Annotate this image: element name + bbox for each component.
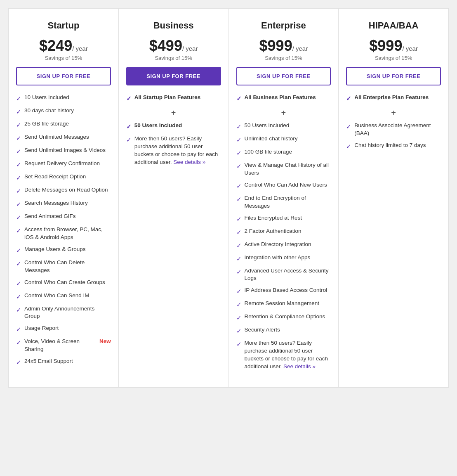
check-icon: ✓	[236, 195, 242, 204]
feature-text: Send Unlimited Messages	[24, 133, 89, 141]
feature-text: 24x5 Email Support	[24, 358, 73, 365]
list-item: ✓2 Factor Authentication	[236, 227, 331, 237]
check-icon: ✓	[16, 246, 21, 255]
check-icon: ✓	[236, 215, 242, 223]
check-icon: ✓	[346, 122, 351, 131]
check-icon: ✓	[236, 228, 242, 237]
see-details-link[interactable]: See details »	[283, 363, 316, 369]
feature-text: Usage Report	[24, 324, 59, 332]
list-item: ✓Advanced User Access & Security Logs	[236, 267, 331, 283]
feature-text: End to End Encryption of Messages	[245, 194, 331, 210]
signup-button-business[interactable]: SIGN UP FOR FREE	[126, 67, 221, 85]
feature-text: IP Address Based Access Control	[245, 287, 327, 294]
check-icon: ✓	[236, 254, 242, 263]
plan-price-enterprise: $999/ year	[259, 38, 308, 53]
check-icon: ✓	[236, 94, 242, 103]
list-item: +	[236, 107, 331, 118]
feature-text: All Enterprise Plan Features	[354, 94, 429, 102]
feature-text: All Startup Plan Features	[134, 94, 201, 102]
check-icon: ✓	[236, 122, 242, 131]
list-item: ✓Voice, Video & Screen Sharing New	[16, 338, 111, 353]
list-item: ✓100 GB file storage	[236, 148, 331, 157]
feature-text: Admin Only Announcements Group	[24, 305, 111, 321]
signup-button-enterprise[interactable]: SIGN UP FOR FREE	[236, 67, 331, 85]
plan-savings-hipaa: Savings of 15%	[375, 55, 412, 61]
feature-text: Integration with other Apps	[245, 254, 311, 262]
feature-text: Search Messages History	[24, 199, 88, 207]
list-item: ✓View & Manage Chat History of all Users	[236, 161, 331, 177]
check-icon: ✓	[236, 182, 242, 190]
list-item: ✓Chat history limited to 7 days	[346, 142, 441, 151]
list-item: +	[346, 107, 441, 118]
check-icon: ✓	[16, 107, 21, 116]
check-icon: ✓	[16, 305, 21, 314]
plan-savings-startup: Savings of 15%	[45, 55, 82, 61]
pricing-table: Startup$249/ yearSavings of 15%SIGN UP F…	[8, 8, 449, 388]
plan-name-business: Business	[153, 20, 194, 31]
feature-text: Active Directory Integration	[245, 241, 311, 249]
feature-text: Voice, Video & Screen Sharing	[24, 338, 97, 353]
plan-price-business: $499/ year	[149, 38, 198, 53]
feature-text: Control Who Can Delete Messages	[24, 259, 111, 275]
check-icon: ✓	[16, 279, 21, 288]
list-item: ✓Send Unlimited Images & Videos	[16, 147, 111, 156]
list-item: ✓IP Address Based Access Control	[236, 287, 331, 296]
signup-button-hipaa[interactable]: SIGN UP FOR FREE	[346, 67, 441, 85]
check-icon: ✓	[236, 327, 242, 335]
feature-text: Chat history limited to 7 days	[354, 142, 426, 149]
check-icon: ✓	[16, 200, 21, 208]
feature-text: Advanced User Access & Security Logs	[245, 267, 331, 283]
list-item: ✓Security Alerts	[236, 326, 331, 335]
plan-price-startup: $249/ year	[39, 38, 88, 53]
list-item: ✓Usage Report	[16, 324, 111, 334]
list-item: ✓Request Delivery Confirmation	[16, 160, 111, 169]
feature-text: Files Encrypted at Rest	[245, 214, 302, 222]
see-details-link[interactable]: See details »	[173, 159, 205, 165]
feature-text: Delete Messages on Read Option	[24, 186, 108, 194]
list-item: ✓Files Encrypted at Rest	[236, 214, 331, 223]
feature-text: Access from Browser, PC, Mac, iOS & Andr…	[24, 226, 111, 242]
check-icon: ✓	[236, 135, 242, 144]
list-item: ✓Admin Only Announcements Group	[16, 305, 111, 321]
feature-text: More then 50 users? Easily purchase addi…	[245, 339, 331, 371]
list-item: ✓All Enterprise Plan Features	[346, 94, 441, 103]
plan-card-business: Business$499/ yearSavings of 15%SIGN UP …	[119, 8, 229, 388]
feature-list-startup: ✓10 Users Included✓30 days chat history✓…	[16, 94, 111, 371]
feature-text: Control Who Can Add New Users	[245, 181, 327, 189]
feature-text: All Business Plan Features	[245, 94, 316, 102]
feature-text: Manage Users & Groups	[24, 246, 86, 253]
check-icon: ✓	[236, 340, 242, 348]
feature-text: 100 GB file storage	[245, 148, 292, 156]
check-icon: ✓	[16, 173, 21, 182]
plan-price-hipaa: $999/ year	[369, 38, 418, 53]
check-icon: ✓	[236, 241, 242, 250]
list-item: ✓More then 50 users? Easily purchase add…	[236, 339, 331, 371]
check-icon: ✓	[16, 358, 21, 367]
list-item: ✓30 days chat history	[16, 107, 111, 116]
list-item: ✓Access from Browser, PC, Mac, iOS & And…	[16, 226, 111, 242]
feature-text: Business Associate Agreement (BAA)	[354, 122, 441, 137]
feature-text: Send Unlimited Images & Videos	[24, 147, 106, 154]
check-icon: ✓	[16, 259, 21, 268]
list-item: ✓Business Associate Agreement (BAA)	[346, 122, 441, 137]
feature-text: View & Manage Chat History of all Users	[245, 161, 331, 177]
check-icon: ✓	[16, 213, 21, 222]
list-item: ✓24x5 Email Support	[16, 358, 111, 367]
new-badge: New	[99, 338, 111, 346]
check-icon: ✓	[16, 292, 21, 301]
list-item: ✓Active Directory Integration	[236, 241, 331, 250]
feature-text: Remote Session Management	[245, 300, 320, 308]
feature-text: 50 Users Included	[245, 122, 290, 130]
list-item: ✓All Business Plan Features	[236, 94, 331, 103]
check-icon: ✓	[16, 325, 21, 334]
list-item: ✓Control Who Can Create Groups	[16, 279, 111, 288]
list-item: ✓Unlimited chat history	[236, 135, 331, 144]
list-item: ✓25 GB file storage	[16, 120, 111, 129]
feature-text: Send Animated GIFs	[24, 213, 76, 220]
plan-card-startup: Startup$249/ yearSavings of 15%SIGN UP F…	[8, 8, 119, 388]
check-icon: ✓	[16, 94, 21, 103]
check-icon: ✓	[126, 94, 132, 103]
list-item: ✓Control Who Can Delete Messages	[16, 259, 111, 275]
signup-button-startup[interactable]: SIGN UP FOR FREE	[16, 67, 111, 85]
feature-text: Set Read Receipt Option	[24, 173, 86, 181]
